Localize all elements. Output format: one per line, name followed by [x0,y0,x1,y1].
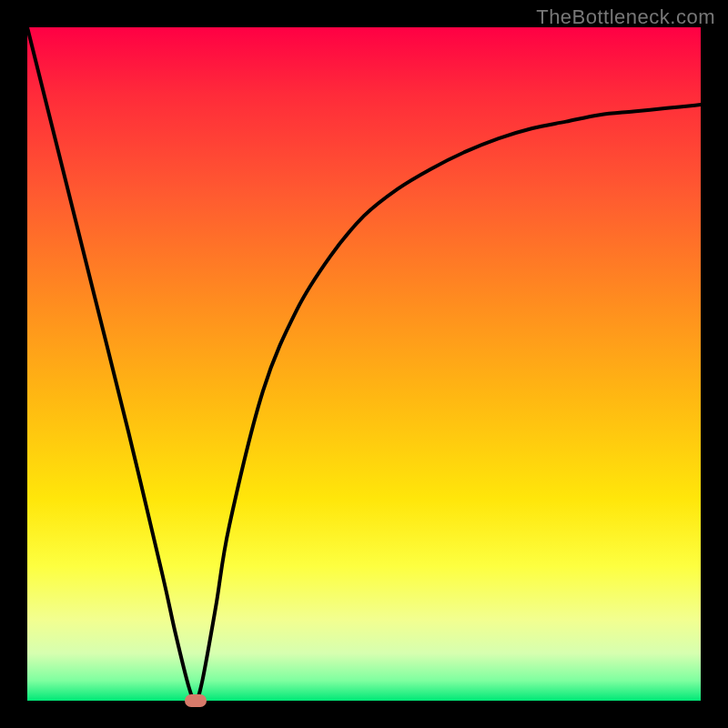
optimum-marker [185,694,207,707]
watermark-text: TheBottleneck.com [536,5,715,29]
bottleneck-curve [27,27,701,701]
chart-plot-area [27,27,701,701]
